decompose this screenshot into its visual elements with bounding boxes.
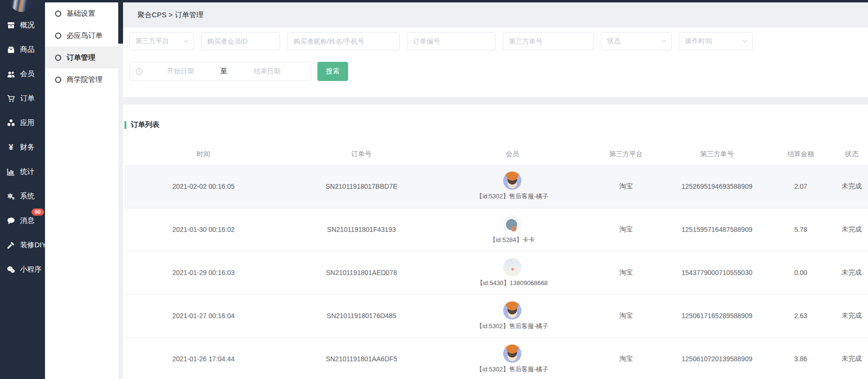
- date-range-picker[interactable]: 开始日期 至 结束日期: [129, 62, 311, 81]
- primary-sidebar: 概况 商品 会员 订单 应用 ¥ 财务 统计 系统 消息 60 装修DIY 小程…: [0, 2, 45, 379]
- sidebar-item-orders[interactable]: 订单: [0, 86, 45, 111]
- sidebar-item-products[interactable]: 商品: [0, 37, 45, 62]
- column-header: 订单号: [282, 144, 440, 165]
- cell-third-party-no: 1252695194693588909: [668, 165, 766, 208]
- cell-status: 未完成: [835, 294, 868, 337]
- order-list-card: 订单列表 时间订单号会员第三方平台第三方单号结算金额状态 2021-02-02 …: [123, 104, 868, 379]
- cell-time: 2021-01-29 00:16:03: [124, 251, 282, 294]
- sidebar-item-system[interactable]: 系统: [0, 184, 45, 208]
- sidebar-item-miniprogram[interactable]: 小程序: [0, 257, 45, 282]
- cell-amount: 3.86: [766, 337, 835, 379]
- third-party-no-input[interactable]: [503, 32, 594, 50]
- date-separator: 至: [219, 67, 229, 76]
- radio-circle-icon: [55, 77, 61, 83]
- list-title: 订单列表: [131, 120, 159, 129]
- submenu-item-必应鸟订单[interactable]: 必应鸟订单: [45, 24, 118, 46]
- cell-third-party-no: 1250617165289588909: [668, 294, 766, 337]
- submenu-item-订单管理[interactable]: 订单管理: [45, 46, 118, 69]
- cell-third-party-no: 1543779000710555030: [668, 251, 766, 294]
- sidebar-item-stats[interactable]: 统计: [0, 160, 45, 184]
- messages-badge: 60: [32, 208, 44, 216]
- cell-status: 未完成: [835, 165, 868, 208]
- submenu-item-label: 商学院管理: [67, 75, 102, 84]
- cell-amount: 2.07: [766, 165, 835, 208]
- buyer-id-input[interactable]: [201, 32, 280, 50]
- stats-icon: [6, 168, 16, 176]
- platform-select-placeholder: 第三方平台: [135, 37, 169, 46]
- avatar-girl-orange-hat: [503, 301, 521, 320]
- cell-status: 未完成: [835, 208, 868, 251]
- sidebar-item-apps[interactable]: 应用: [0, 111, 45, 135]
- member-label: 【id:5430】13809068668: [477, 279, 548, 287]
- column-header: 结算金额: [766, 144, 835, 165]
- members-icon: [6, 70, 16, 79]
- messages-icon: [6, 217, 16, 225]
- finance-icon: ¥: [6, 143, 16, 152]
- cell-third-party-no: 1251595716487588909: [668, 208, 766, 251]
- avatar[interactable]: [10, 0, 33, 12]
- section-gap: [123, 97, 868, 104]
- member-label: 【id:5284】卡卡: [490, 236, 535, 244]
- radio-circle-icon: [55, 11, 61, 17]
- member-label: 【id:5302】售后客服-橘子: [476, 192, 549, 201]
- avatar-hippo: [503, 215, 521, 233]
- member-label: 【id:5302】售后客服-橘子: [476, 365, 549, 374]
- column-header: 会员: [440, 144, 584, 165]
- cell-order-no: SN210119180176D485: [282, 294, 440, 337]
- sidebar-item-members[interactable]: 会员: [0, 62, 45, 86]
- cell-platform: 淘宝: [584, 251, 668, 294]
- cell-order-no: SN2101191801AED078: [282, 251, 440, 294]
- cell-time: 2021-01-30 00:16:02: [124, 208, 282, 251]
- filter-card: 第三方平台 状态 操作时间: [123, 27, 868, 97]
- sidebar-item-label: 系统: [20, 192, 34, 201]
- op-time-select[interactable]: 操作时间: [679, 32, 753, 50]
- cell-member: 【id:5430】13809068668: [440, 251, 584, 294]
- sidebar-item-label: 概况: [20, 21, 34, 30]
- cell-platform: 淘宝: [584, 294, 668, 337]
- products-icon: [6, 46, 16, 54]
- buyer-name-input[interactable]: [287, 32, 400, 50]
- cell-status: 未完成: [835, 251, 868, 294]
- sidebar-item-label: 统计: [20, 167, 34, 176]
- cell-order-no: SN21011918017BBD7E: [282, 165, 440, 208]
- column-header: 时间: [124, 144, 282, 165]
- breadcrumb: 聚合CPS > 订单管理: [123, 2, 868, 27]
- table-row: 2021-01-26 17:04:44 SN2101191801AA6DF5 【…: [124, 337, 868, 379]
- apps-icon: [6, 119, 16, 127]
- submenu-item-基础设置[interactable]: 基础设置: [45, 2, 118, 24]
- main-content: 聚合CPS > 订单管理 第三方平台 状态: [123, 2, 868, 379]
- sidebar-item-label: 财务: [20, 143, 34, 152]
- cell-time: 2021-02-02 00:16:05: [124, 165, 282, 208]
- platform-select[interactable]: 第三方平台: [129, 32, 194, 50]
- order-no-input[interactable]: [407, 32, 496, 50]
- sidebar-item-label: 小程序: [20, 265, 42, 274]
- cell-member: 【id:5302】售后客服-橘子: [440, 294, 584, 337]
- sidebar-item-label: 订单: [20, 94, 34, 103]
- cell-member: 【id:5302】售后客服-橘子: [440, 337, 584, 379]
- avatar-girl-orange-hat: [503, 345, 521, 363]
- avatar-girl-orange-hat: [503, 172, 521, 190]
- start-date-input[interactable]: 开始日期: [143, 67, 219, 76]
- cell-amount: 5.78: [766, 208, 835, 251]
- cell-platform: 淘宝: [584, 337, 668, 379]
- chevron-down-icon: [662, 37, 666, 42]
- cell-status: 未完成: [835, 337, 868, 379]
- submenu-scrollbar[interactable]: [118, 2, 123, 379]
- sidebar-item-messages[interactable]: 消息 60: [0, 208, 45, 233]
- clock-icon: [135, 68, 143, 75]
- table-row: 2021-01-30 00:16:02 SN2101191801F43193 【…: [124, 208, 868, 251]
- radio-circle-icon: [55, 33, 61, 39]
- search-button[interactable]: 搜索: [317, 62, 348, 81]
- diy-icon: [6, 241, 16, 250]
- status-select[interactable]: 状态: [601, 32, 672, 50]
- sidebar-item-finance[interactable]: ¥ 财务: [0, 135, 45, 160]
- sidebar-item-diy[interactable]: 装修DIY: [0, 233, 45, 257]
- chevron-down-icon: [743, 37, 747, 42]
- sidebar-item-overview[interactable]: 概况: [0, 13, 45, 37]
- scrollbar-thumb[interactable]: [118, 2, 123, 44]
- submenu-item-label: 基础设置: [67, 9, 95, 18]
- cell-order-no: SN2101191801F43193: [282, 208, 440, 251]
- end-date-input[interactable]: 结束日期: [229, 67, 305, 76]
- submenu-item-商学院管理[interactable]: 商学院管理: [45, 69, 118, 91]
- cell-time: 2021-01-26 17:04:44: [124, 337, 282, 379]
